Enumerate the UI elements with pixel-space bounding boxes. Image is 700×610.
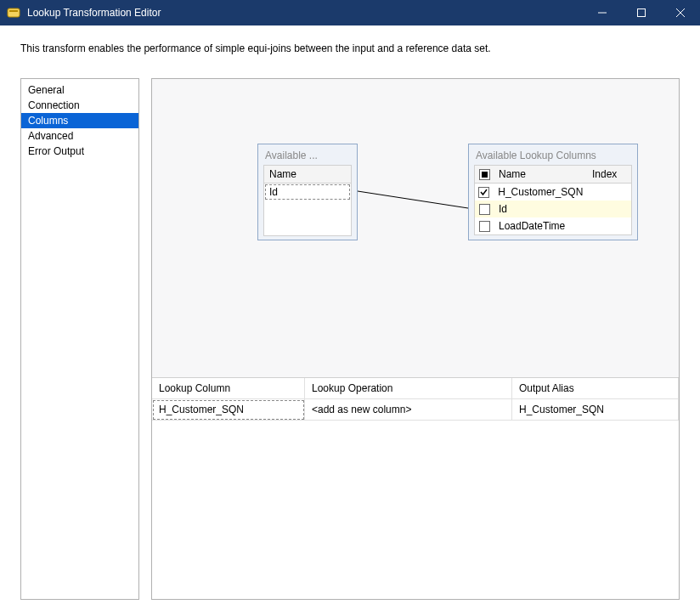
lookup-column-checkbox[interactable] [475, 184, 493, 201]
nav-item-error-output[interactable]: Error Output [21, 144, 138, 159]
mapping-header-lookup-operation: Lookup Operation [305, 378, 512, 399]
lookup-column-checkbox[interactable] [475, 201, 494, 217]
svg-rect-3 [638, 9, 646, 17]
input-column-name: Id [264, 184, 351, 201]
svg-rect-1 [9, 10, 18, 12]
mapping-output-alias-cell[interactable]: H_Customer_SQN [512, 399, 679, 421]
lookup-column-checkbox[interactable] [475, 217, 494, 234]
nav-item-advanced[interactable]: Advanced [21, 128, 138, 144]
mapping-grid: Lookup Column Lookup Operation Output Al… [152, 377, 679, 599]
column-header-index: Index [587, 166, 631, 183]
window-title: Lookup Transformation Editor [27, 7, 583, 19]
available-lookup-columns-box[interactable]: Available Lookup Columns Name Index H_Cu… [468, 144, 638, 240]
description-text: This transform enables the performance o… [20, 42, 680, 54]
lookup-column-row[interactable]: H_Customer_SQN [475, 184, 631, 201]
nav-item-connection[interactable]: Connection [21, 98, 138, 113]
available-input-columns-box[interactable]: Available ... Name Id [257, 144, 358, 240]
minimize-button[interactable] [583, 0, 622, 25]
box-title: Available Lookup Columns [469, 144, 637, 165]
mapping-lookup-column-cell[interactable]: H_Customer_SQN [152, 399, 305, 421]
column-mapping-diagram: Available ... Name Id Available Lookup C… [152, 79, 679, 377]
mapping-header-output-alias: Output Alias [512, 378, 679, 399]
title-bar: Lookup Transformation Editor [0, 0, 700, 25]
maximize-button[interactable] [622, 0, 661, 25]
column-header-name: Name [494, 166, 587, 183]
svg-rect-0 [8, 8, 20, 17]
lookup-column-index [588, 184, 631, 201]
column-header-name: Name [264, 166, 351, 183]
close-button[interactable] [661, 0, 700, 25]
page-nav: GeneralConnectionColumnsAdvancedError Ou… [20, 78, 139, 600]
input-column-row[interactable]: Id [264, 184, 351, 201]
lookup-column-row[interactable]: LoadDateTime [475, 217, 631, 234]
main-panel: Available ... Name Id Available Lookup C… [151, 78, 680, 600]
lookup-column-name: LoadDateTime [494, 217, 587, 234]
nav-item-general[interactable]: General [21, 82, 138, 98]
mapping-row[interactable]: H_Customer_SQN<add as new column>H_Custo… [152, 399, 679, 421]
mapping-operation-cell[interactable]: <add as new column> [305, 399, 512, 421]
lookup-column-name: Id [494, 201, 587, 217]
lookup-column-row[interactable]: Id [475, 201, 631, 217]
app-icon [7, 6, 20, 20]
select-all-checkbox[interactable] [475, 166, 494, 183]
mapping-header-lookup-column: Lookup Column [152, 378, 305, 399]
lookup-column-index [587, 217, 631, 234]
lookup-column-index [587, 201, 631, 217]
box-title: Available ... [258, 144, 357, 165]
svg-line-6 [358, 191, 468, 208]
lookup-column-name: H_Customer_SQN [493, 184, 588, 201]
nav-item-columns[interactable]: Columns [21, 113, 138, 128]
